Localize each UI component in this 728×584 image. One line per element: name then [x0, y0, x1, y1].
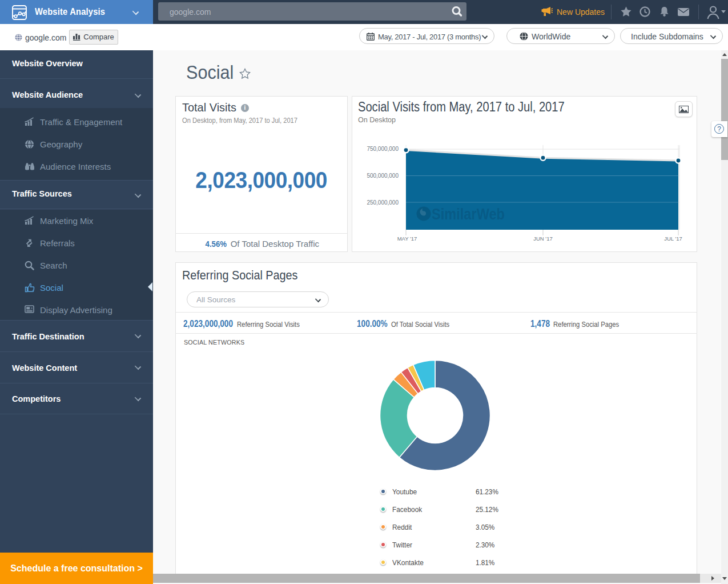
svg-text:SimilarWeb: SimilarWeb [432, 206, 505, 223]
